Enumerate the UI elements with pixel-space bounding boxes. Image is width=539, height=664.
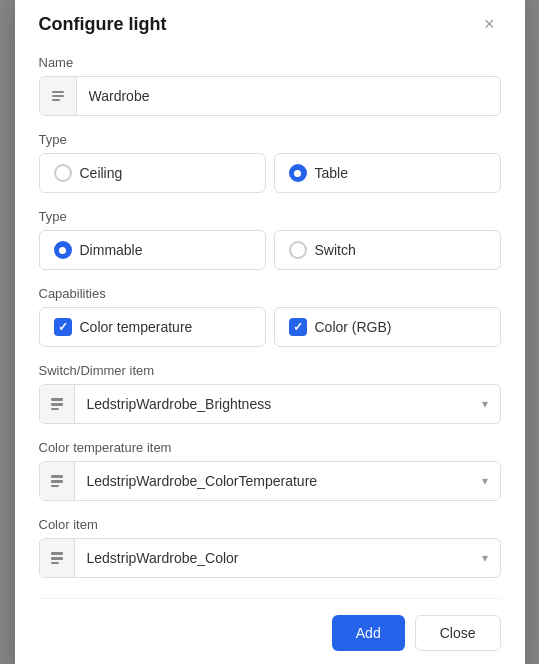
radio-circle-switch: [289, 241, 307, 259]
name-label: Name: [39, 55, 501, 70]
modal-title: Configure light: [39, 14, 167, 35]
color-icon: [40, 539, 75, 577]
color-temp-select[interactable]: LedstripWardrobe_ColorTemperature ▾: [39, 461, 501, 501]
color-temp-value: LedstripWardrobe_ColorTemperature: [75, 465, 470, 497]
svg-rect-5: [51, 408, 59, 410]
radio-circle-ceiling: [54, 164, 72, 182]
svg-rect-3: [51, 398, 63, 401]
radio-dimmable[interactable]: Dimmable: [39, 230, 266, 270]
svg-rect-9: [51, 552, 63, 555]
add-button[interactable]: Add: [332, 615, 405, 651]
checkbox-color-temp-label: Color temperature: [80, 319, 193, 335]
switch-dimmer-select[interactable]: LedstripWardrobe_Brightness ▾: [39, 384, 501, 424]
radio-switch-label: Switch: [315, 242, 356, 258]
svg-rect-2: [52, 99, 60, 101]
svg-rect-4: [51, 403, 63, 406]
color-temp-field-group: Color temperature item LedstripWardrobe_…: [39, 440, 501, 501]
checkbox-box-color-temp: [54, 318, 72, 336]
radio-circle-dimmable: [54, 241, 72, 259]
checkbox-color-rgb[interactable]: Color (RGB): [274, 307, 501, 347]
name-field-group: Name: [39, 55, 501, 116]
color-chevron-icon: ▾: [470, 551, 500, 565]
name-input-icon: [40, 77, 77, 115]
radio-table-label: Table: [315, 165, 348, 181]
radio-ceiling[interactable]: Ceiling: [39, 153, 266, 193]
type-label-1: Type: [39, 132, 501, 147]
radio-circle-table: [289, 164, 307, 182]
radio-dimmable-label: Dimmable: [80, 242, 143, 258]
switch-dimmer-label: Switch/Dimmer item: [39, 363, 501, 378]
capabilities-label: Capabilities: [39, 286, 501, 301]
color-select[interactable]: LedstripWardrobe_Color ▾: [39, 538, 501, 578]
switch-dimmer-icon: [40, 385, 75, 423]
modal-header: Configure light ×: [39, 13, 501, 35]
name-input[interactable]: [77, 80, 500, 112]
color-temp-chevron-icon: ▾: [470, 474, 500, 488]
name-input-wrapper: [39, 76, 501, 116]
type-field-2-group: Type Dimmable Switch: [39, 209, 501, 270]
type-label-2: Type: [39, 209, 501, 224]
capabilities-checkbox-group: Color temperature Color (RGB): [39, 307, 501, 347]
switch-dimmer-value: LedstripWardrobe_Brightness: [75, 388, 470, 420]
svg-rect-11: [51, 562, 59, 564]
switch-dimmer-chevron-icon: ▾: [470, 397, 500, 411]
color-label: Color item: [39, 517, 501, 532]
modal-overlay: Configure light × Name Type: [0, 0, 539, 664]
svg-rect-8: [51, 485, 59, 487]
capabilities-field-group: Capabilities Color temperature Color (RG…: [39, 286, 501, 347]
color-value: LedstripWardrobe_Color: [75, 542, 470, 574]
type-field-1-group: Type Ceiling Table: [39, 132, 501, 193]
svg-rect-7: [51, 480, 63, 483]
modal-container: Configure light × Name Type: [15, 0, 525, 664]
modal-footer: Add Close: [39, 598, 501, 651]
type-radio-group-1: Ceiling Table: [39, 153, 501, 193]
svg-rect-6: [51, 475, 63, 478]
radio-ceiling-label: Ceiling: [80, 165, 123, 181]
switch-dimmer-field-group: Switch/Dimmer item LedstripWardrobe_Brig…: [39, 363, 501, 424]
radio-switch[interactable]: Switch: [274, 230, 501, 270]
color-temp-label: Color temperature item: [39, 440, 501, 455]
radio-table[interactable]: Table: [274, 153, 501, 193]
svg-rect-0: [52, 91, 64, 93]
checkbox-box-color-rgb: [289, 318, 307, 336]
color-temp-icon: [40, 462, 75, 500]
modal-close-button[interactable]: ×: [478, 13, 501, 35]
svg-rect-10: [51, 557, 63, 560]
checkbox-color-rgb-label: Color (RGB): [315, 319, 392, 335]
svg-rect-1: [52, 95, 64, 97]
type-radio-group-2: Dimmable Switch: [39, 230, 501, 270]
color-field-group: Color item LedstripWardrobe_Color ▾: [39, 517, 501, 578]
checkbox-color-temp[interactable]: Color temperature: [39, 307, 266, 347]
close-button[interactable]: Close: [415, 615, 501, 651]
